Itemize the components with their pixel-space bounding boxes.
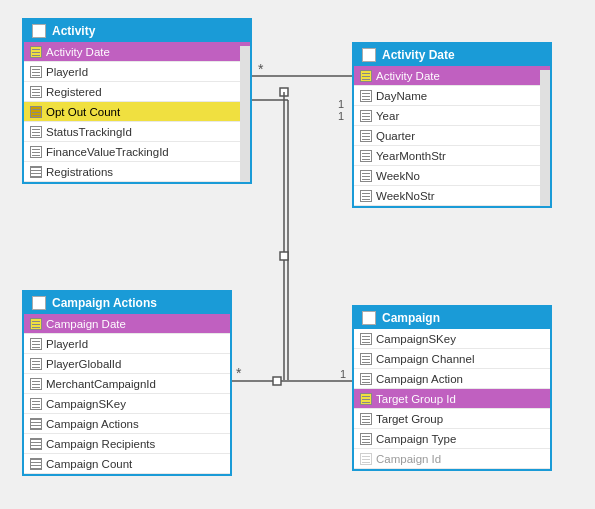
scrollbar[interactable] xyxy=(540,70,550,206)
table-row: Campaign Action xyxy=(354,369,550,389)
field-icon xyxy=(360,130,372,142)
field-label: Campaign Action xyxy=(376,373,463,385)
table-row: Activity Date xyxy=(354,66,550,86)
svg-text:*: * xyxy=(236,365,242,381)
table-row: Activity Date xyxy=(24,42,250,62)
campaign-table-icon xyxy=(362,311,376,325)
table-row: Opt Out Count xyxy=(24,102,250,122)
table-icon xyxy=(30,438,42,450)
field-icon xyxy=(30,106,42,118)
table-row: Campaign Recipients xyxy=(24,434,230,454)
table-row: WeekNo xyxy=(354,166,550,186)
field-icon xyxy=(30,66,42,78)
campaign-table: Campaign CampaignSKey Campaign Channel C… xyxy=(352,305,552,471)
field-label: PlayerGlobalId xyxy=(46,358,121,370)
table-row: Registrations xyxy=(24,162,250,182)
field-label: CampaignSKey xyxy=(46,398,126,410)
table-row: Campaign Count xyxy=(24,454,230,474)
field-icon xyxy=(30,398,42,410)
campaign-actions-table: Campaign Actions Campaign Date PlayerId … xyxy=(22,290,232,476)
field-label: Target Group Id xyxy=(376,393,456,405)
table-row: PlayerId xyxy=(24,62,250,82)
table-row: CampaignSKey xyxy=(354,329,550,349)
field-icon xyxy=(360,353,372,365)
pk-icon xyxy=(30,46,42,58)
field-label: Quarter xyxy=(376,130,415,142)
field-label: DayName xyxy=(376,90,427,102)
pk-icon xyxy=(30,318,42,330)
table-icon xyxy=(30,166,42,178)
table-row: DayName xyxy=(354,86,550,106)
activity-date-table-header: Activity Date xyxy=(354,44,550,66)
table-row: PlayerGlobalId xyxy=(24,354,230,374)
table-row: WeekNoStr xyxy=(354,186,550,206)
svg-rect-4 xyxy=(280,88,288,96)
table-row: Year xyxy=(354,106,550,126)
field-label: Campaign Actions xyxy=(46,418,139,430)
campaign-actions-table-title: Campaign Actions xyxy=(52,296,157,310)
field-label: CampaignSKey xyxy=(376,333,456,345)
table-row: Registered xyxy=(24,82,250,102)
svg-rect-9 xyxy=(280,252,288,260)
pk-icon xyxy=(360,70,372,82)
table-icon xyxy=(30,458,42,470)
field-label: WeekNoStr xyxy=(376,190,435,202)
field-label: Campaign Recipients xyxy=(46,438,155,450)
scrollbar[interactable] xyxy=(240,46,250,182)
field-icon xyxy=(360,150,372,162)
field-label: Campaign Id xyxy=(376,453,441,465)
table-row: Target Group Id xyxy=(354,389,550,409)
activity-table-header: Activity xyxy=(24,20,250,42)
table-row: YearMonthStr xyxy=(354,146,550,166)
activity-date-table: Activity Date Activity Date DayName Year… xyxy=(352,42,552,208)
field-label: Activity Date xyxy=(376,70,440,82)
table-row: PlayerId xyxy=(24,334,230,354)
table-row: MerchantCampaignId xyxy=(24,374,230,394)
activity-table-icon xyxy=(32,24,46,38)
svg-rect-13 xyxy=(273,377,281,385)
field-icon xyxy=(30,86,42,98)
activity-table-title: Activity xyxy=(52,24,95,38)
field-label: Year xyxy=(376,110,399,122)
pk-icon xyxy=(360,393,372,405)
field-icon xyxy=(360,453,372,465)
table-row: Campaign Id xyxy=(354,449,550,469)
table-row: Campaign Type xyxy=(354,429,550,449)
field-label: Target Group xyxy=(376,413,443,425)
field-icon xyxy=(360,170,372,182)
svg-text:1: 1 xyxy=(338,110,344,122)
table-icon xyxy=(30,418,42,430)
table-row: Campaign Actions xyxy=(24,414,230,434)
field-label: Campaign Count xyxy=(46,458,132,470)
field-icon xyxy=(360,373,372,385)
field-icon xyxy=(360,333,372,345)
table-row: FinanceValueTrackingId xyxy=(24,142,250,162)
field-icon xyxy=(30,338,42,350)
field-icon xyxy=(360,433,372,445)
field-label: PlayerId xyxy=(46,338,88,350)
field-icon xyxy=(30,358,42,370)
table-row: Campaign Channel xyxy=(354,349,550,369)
table-row: Campaign Date xyxy=(24,314,230,334)
field-label: Opt Out Count xyxy=(46,106,120,118)
svg-text:1: 1 xyxy=(340,368,346,380)
field-label: WeekNo xyxy=(376,170,420,182)
field-label: MerchantCampaignId xyxy=(46,378,156,390)
field-label: Campaign Date xyxy=(46,318,126,330)
field-icon xyxy=(360,90,372,102)
field-label: PlayerId xyxy=(46,66,88,78)
field-label: YearMonthStr xyxy=(376,150,446,162)
field-label: Registrations xyxy=(46,166,113,178)
field-icon xyxy=(30,126,42,138)
campaign-actions-table-header: Campaign Actions xyxy=(24,292,230,314)
field-label: FinanceValueTrackingId xyxy=(46,146,169,158)
table-row: Quarter xyxy=(354,126,550,146)
field-icon xyxy=(30,146,42,158)
field-label: Campaign Channel xyxy=(376,353,474,365)
table-row: CampaignSKey xyxy=(24,394,230,414)
field-icon xyxy=(30,378,42,390)
field-label: Registered xyxy=(46,86,102,98)
table-row: Target Group xyxy=(354,409,550,429)
field-label: Campaign Type xyxy=(376,433,456,445)
campaign-table-header: Campaign xyxy=(354,307,550,329)
